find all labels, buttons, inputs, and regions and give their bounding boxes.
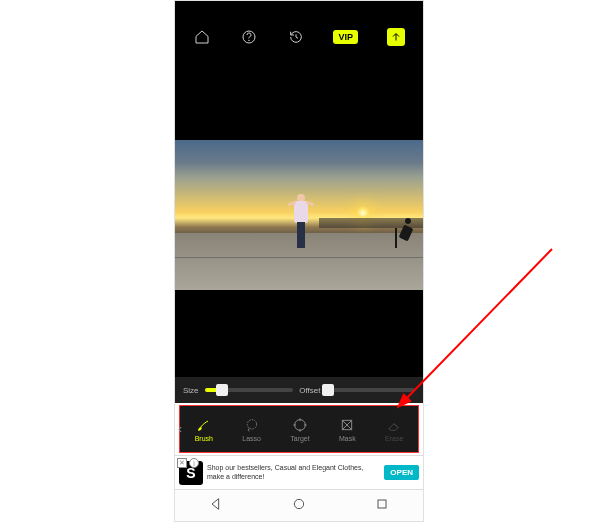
nav-back-icon[interactable] — [208, 496, 224, 516]
ad-close-icon[interactable]: ✕ — [177, 458, 187, 468]
brush-tool[interactable]: Brush — [195, 417, 213, 442]
help-icon[interactable] — [240, 28, 258, 46]
android-nav-bar — [175, 489, 423, 521]
svg-point-5 — [294, 499, 303, 508]
target-tool-label: Target — [290, 435, 309, 442]
lasso-tool[interactable]: Lasso — [242, 417, 261, 442]
svg-point-1 — [249, 40, 250, 41]
svg-point-3 — [295, 419, 306, 430]
brush-tool-label: Brush — [195, 435, 213, 442]
target-tool[interactable]: Target — [290, 417, 309, 442]
lasso-tool-label: Lasso — [242, 435, 261, 442]
svg-point-2 — [247, 419, 256, 428]
size-label: Size — [183, 386, 199, 395]
home-icon[interactable] — [193, 28, 211, 46]
ad-open-button[interactable]: OPEN — [384, 465, 419, 480]
editor-canvas[interactable] — [175, 53, 423, 377]
mask-tool-label: Mask — [339, 435, 356, 442]
top-toolbar: VIP — [175, 21, 423, 53]
nav-recent-icon[interactable] — [374, 496, 390, 516]
ad-info-icon[interactable]: i — [189, 458, 199, 468]
export-button[interactable] — [387, 28, 405, 46]
vip-badge[interactable]: VIP — [333, 30, 358, 44]
size-slider[interactable] — [205, 388, 294, 392]
phone-frame: VIP Size Offset — [174, 0, 424, 522]
slider-row: Size Offset — [175, 377, 423, 403]
nav-home-icon[interactable] — [291, 496, 307, 516]
erase-tool[interactable]: Erase — [385, 417, 403, 442]
svg-line-7 — [405, 249, 552, 400]
offset-label: Offset — [299, 386, 320, 395]
offset-slider[interactable] — [326, 388, 415, 392]
tool-row: ‹ Brush Lasso Target Mask Erase — [179, 405, 419, 453]
subject-person — [294, 194, 308, 249]
history-icon[interactable] — [287, 28, 305, 46]
back-chevron-icon[interactable]: ‹ — [178, 422, 182, 436]
ad-banner[interactable]: ✕ i S Shop our bestsellers, Casual and E… — [175, 455, 423, 489]
mask-tool[interactable]: Mask — [339, 417, 356, 442]
photo-preview — [175, 140, 423, 290]
background-person — [395, 218, 415, 248]
erase-tool-label: Erase — [385, 435, 403, 442]
status-bar — [175, 1, 423, 21]
svg-rect-6 — [378, 500, 386, 508]
ad-text: Shop our bestsellers, Casual and Elegant… — [207, 464, 380, 481]
